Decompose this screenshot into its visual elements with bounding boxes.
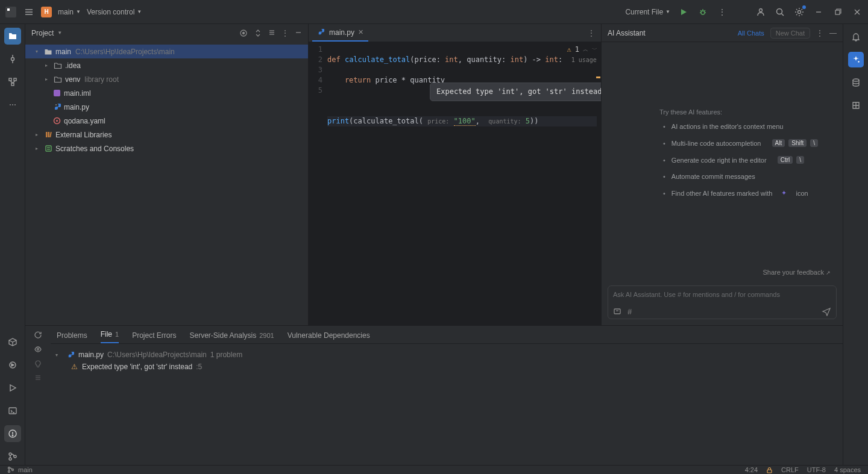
tree-item-idea[interactable]: ▸ .idea	[25, 58, 308, 72]
python-packages-tool-button[interactable]	[4, 334, 21, 351]
hide-panel-icon[interactable]: —	[829, 29, 837, 37]
ai-more-icon[interactable]: ⋮	[816, 29, 823, 37]
structure-tool-button[interactable]	[4, 73, 21, 90]
line-separator[interactable]: CRLF	[781, 466, 799, 473]
coverage-tool-button[interactable]	[848, 98, 864, 113]
editor-tabs: main.py ✕ ⋮	[309, 24, 601, 42]
tree-item-qodana[interactable]: qodana.yaml	[25, 114, 308, 128]
database-tool-button[interactable]	[848, 75, 864, 90]
readonly-lock-icon[interactable]	[766, 467, 773, 473]
more-actions-icon[interactable]: ⋮	[716, 6, 728, 18]
services-tool-button[interactable]	[4, 357, 21, 373]
chevron-up-icon[interactable]: ︿	[583, 45, 588, 55]
line-number: 5	[309, 86, 322, 96]
view-options-icon[interactable]	[34, 345, 42, 354]
svg-rect-1	[7, 8, 10, 11]
all-chats-link[interactable]: All Chats	[738, 30, 764, 37]
expand-icon[interactable]: ▸	[33, 132, 41, 137]
close-window-icon[interactable]	[851, 6, 863, 18]
ai-sparkle-icon: ✦	[781, 189, 787, 197]
commit-tool-button[interactable]	[4, 51, 21, 67]
main-menu-icon[interactable]	[23, 6, 35, 18]
restore-window-icon[interactable]	[832, 6, 844, 18]
new-chat-button[interactable]: New Chat	[770, 28, 810, 39]
search-icon[interactable]	[774, 6, 786, 18]
more-icon[interactable]: ⋮	[281, 29, 289, 37]
project-tool-button[interactable]	[4, 28, 21, 45]
ai-body: Try these AI features: AI actions in the…	[602, 42, 843, 285]
caret-position[interactable]: 4:24	[745, 466, 758, 473]
chevron-down-icon[interactable]: ﹀	[592, 45, 597, 55]
expand-icon[interactable]: ▸	[42, 76, 51, 82]
tab-vulnerable-deps[interactable]: Vulnerable Dependencies	[288, 331, 370, 343]
attach-icon[interactable]	[613, 307, 621, 316]
svg-rect-48	[46, 132, 48, 137]
editor-tab-mainpy[interactable]: main.py ✕	[312, 24, 368, 42]
hide-panel-icon[interactable]	[295, 29, 302, 37]
tree-item-iml[interactable]: main.iml	[25, 86, 308, 100]
expand-icon[interactable]: ▸	[42, 63, 51, 68]
project-tree: ▾ main C:\Users\Hp\IdeaProjects\main ▸	[25, 42, 308, 158]
close-tab-icon[interactable]: ✕	[358, 28, 363, 36]
tab-file[interactable]: File1	[101, 330, 119, 343]
file-encoding[interactable]: UTF-8	[807, 466, 826, 473]
ai-feedback-link[interactable]: Share your feedback ↗	[612, 264, 832, 281]
editor-body[interactable]: 1 2 3 4 5 def calculate_total(price: int…	[309, 42, 601, 325]
chevron-down-icon: ▼	[76, 9, 81, 14]
tree-item-mainpy[interactable]: main.py	[25, 100, 308, 114]
svg-rect-44	[54, 90, 60, 96]
svg-rect-54	[614, 309, 620, 314]
expand-icon[interactable]: ▸	[33, 146, 41, 151]
more-tools-icon[interactable]: ⋯	[4, 96, 21, 113]
terminal-tool-button[interactable]	[4, 402, 21, 419]
debug-button[interactable]	[697, 6, 709, 18]
project-dropdown[interactable]: main ▼	[58, 8, 81, 16]
code-area[interactable]: def calculate_total(price: int, quantity…	[327, 42, 597, 325]
problems-file-row[interactable]: ▾ main.py C:\Users\Hp\IdeaProjects\main …	[55, 349, 838, 361]
ai-assistant-tool-button[interactable]	[848, 52, 864, 67]
problem-item[interactable]: ⚠ Expected type 'int', got 'str' instead…	[55, 361, 838, 373]
editor-inspection-widget[interactable]: ⚠ 1 ︿ ﹀	[567, 45, 597, 55]
branch-name[interactable]: main	[18, 466, 33, 473]
svg-rect-16	[835, 10, 840, 14]
editor-tabs-more-icon[interactable]: ⋮	[588, 29, 601, 37]
expand-icon[interactable]	[34, 374, 42, 381]
code-with-me-icon[interactable]	[755, 6, 767, 18]
expand-all-icon[interactable]	[254, 29, 262, 37]
select-opened-file-icon[interactable]	[239, 29, 248, 37]
run-config-dropdown[interactable]: Current File ▼	[625, 8, 670, 16]
send-icon[interactable]	[822, 307, 831, 316]
chevron-down-icon[interactable]: ▼	[57, 30, 62, 36]
warning-marker[interactable]	[596, 76, 600, 78]
tree-root[interactable]: ▾ main C:\Users\Hp\IdeaProjects\main	[25, 45, 308, 58]
refresh-icon[interactable]	[34, 331, 42, 339]
tooltip-text: Expected type 'int', got 'str' instead	[436, 87, 601, 97]
indent-config[interactable]: 4 spaces	[834, 466, 861, 473]
notifications-icon[interactable]	[848, 29, 864, 45]
intention-bulb-icon[interactable]	[34, 360, 42, 368]
git-tool-button[interactable]	[4, 448, 21, 465]
vcs-dropdown[interactable]: Version control ▼	[87, 8, 142, 16]
expand-icon[interactable]: ▾	[33, 49, 41, 54]
tree-item-label: External Libraries	[55, 131, 112, 139]
tab-project-errors[interactable]: Project Errors	[132, 331, 176, 343]
settings-icon[interactable]	[793, 6, 805, 18]
problem-location: :5	[196, 363, 202, 371]
run-tool-button[interactable]	[4, 379, 21, 396]
titlebar: H main ▼ Version control ▼ Current File …	[0, 0, 868, 24]
branch-icon[interactable]	[7, 466, 14, 473]
tab-server-analysis[interactable]: Server-Side Analysis2901	[190, 331, 274, 343]
problems-tool-button[interactable]	[4, 425, 21, 442]
expand-icon[interactable]: ▾	[55, 352, 63, 358]
tree-item-scratches[interactable]: ▸ Scratches and Consoles	[25, 142, 308, 155]
tab-problems[interactable]: Problems	[57, 331, 87, 343]
collapse-all-icon[interactable]	[268, 29, 275, 37]
ai-input-box[interactable]: Ask AI Assistant. Use # for mentions and…	[608, 285, 837, 319]
tree-item-venv[interactable]: ▸ venv library root	[25, 72, 308, 86]
tree-item-label: qodana.yaml	[64, 117, 105, 125]
tree-item-external-libs[interactable]: ▸ External Libraries	[25, 128, 308, 142]
hash-icon[interactable]: #	[627, 307, 632, 316]
project-badge[interactable]: H	[41, 7, 52, 17]
minimize-window-icon[interactable]	[813, 6, 825, 18]
run-button[interactable]	[678, 6, 690, 18]
